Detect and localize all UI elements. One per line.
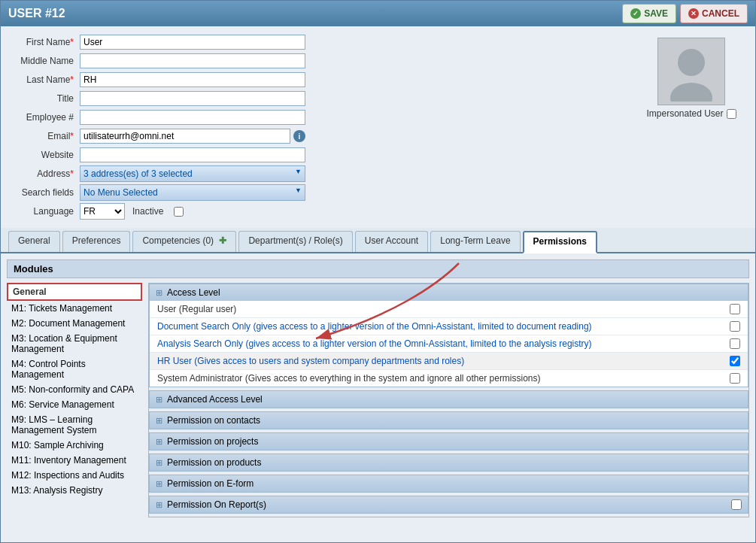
module-item-m4[interactable]: M4: Control Points Management — [7, 356, 142, 382]
reports-checkbox[interactable] — [731, 499, 742, 510]
tab-general[interactable]: General — [8, 231, 60, 252]
tab-long-term-leave[interactable]: Long-Term Leave — [430, 231, 520, 252]
search-fields-select-wrapper: No Menu Selected — [80, 184, 305, 201]
access-checkbox-sysadmin[interactable] — [730, 373, 740, 384]
middle-name-label: Middle Name — [12, 56, 80, 66]
impersonated-checkbox[interactable] — [727, 109, 736, 119]
modules-header: Modules — [7, 259, 749, 278]
access-row-user: User (Regular user) — [150, 301, 748, 318]
section-contacts: ⊞ Permission on contacts — [149, 411, 748, 429]
last-name-label: Last Name* — [12, 74, 80, 85]
access-label-hr: HR User (Gives acces to users and system… — [157, 356, 730, 366]
employee-input[interactable] — [80, 110, 305, 125]
search-fields-row: Search fields No Menu Selected — [12, 184, 631, 201]
first-name-input[interactable] — [80, 35, 305, 50]
products-header[interactable]: ⊞ Permission on products — [150, 454, 748, 471]
access-link-hr[interactable]: HR User (Gives acces to users and system… — [157, 356, 464, 366]
access-level-header[interactable]: ⊞ Access Level — [150, 284, 748, 301]
email-input[interactable] — [80, 129, 290, 144]
module-item-m3[interactable]: M3: Location & Equipment Management — [7, 331, 142, 356]
middle-name-row: Middle Name — [12, 53, 631, 69]
inactive-checkbox[interactable] — [174, 207, 184, 217]
first-name-label: First Name* — [12, 37, 80, 47]
impersonated-label: Impersonated User — [646, 108, 723, 119]
reports-header[interactable]: ⊞ Permission On Report(s) — [150, 496, 748, 513]
section-products: ⊞ Permission on products — [149, 454, 748, 472]
tab-competencies[interactable]: Competencies (0) ✚ — [132, 231, 236, 252]
header-buttons: ✓ SAVE ✕ CANCEL — [622, 4, 748, 23]
address-select-wrapper: 3 address(es) of 3 selected — [80, 165, 305, 182]
advanced-access-label: Advanced Access Level — [167, 394, 263, 405]
access-row-sysadmin: System Administrator (Gives acces to eve… — [150, 370, 748, 387]
first-name-row: First Name* — [12, 34, 631, 50]
add-competency-icon: ✚ — [219, 235, 226, 246]
advanced-access-header[interactable]: ⊞ Advanced Access Level — [150, 391, 748, 408]
impersonated-row: Impersonated User — [639, 108, 744, 119]
info-icon[interactable]: i — [293, 130, 305, 142]
save-button[interactable]: ✓ SAVE — [622, 4, 676, 23]
last-name-input[interactable] — [80, 72, 305, 87]
module-item-m9[interactable]: M9: LMS – Learning Management System — [7, 412, 142, 438]
access-link-analysis-search[interactable]: Analysis Search Only (gives access to a … — [157, 338, 592, 349]
tab-departments[interactable]: Department(s) / Role(s) — [238, 231, 352, 252]
access-checkbox-hr[interactable] — [730, 356, 740, 366]
access-label-analysis-search: Analysis Search Only (gives access to a … — [157, 338, 730, 349]
cancel-icon: ✕ — [688, 8, 699, 19]
module-item-m11[interactable]: M11: Inventory Management — [7, 453, 142, 468]
module-item-m2[interactable]: M2: Document Management — [7, 316, 142, 331]
collapse-icon-eform: ⊞ — [156, 479, 162, 489]
section-reports: ⊞ Permission On Report(s) — [149, 496, 748, 514]
title-label: Title — [12, 93, 80, 104]
page-title: USER #12 — [8, 7, 65, 20]
section-eform: ⊞ Permission on E-form — [149, 475, 748, 493]
module-item-general[interactable]: General — [7, 283, 142, 301]
search-fields-select[interactable]: No Menu Selected — [80, 184, 305, 201]
save-icon: ✓ — [630, 8, 641, 19]
tab-user-account[interactable]: User Account — [355, 231, 428, 252]
modules-layout: General M1: Tickets Management M2: Docum… — [7, 283, 749, 517]
products-label: Permission on products — [167, 457, 261, 468]
module-item-m1[interactable]: M1: Tickets Management — [7, 301, 142, 316]
address-select[interactable]: 3 address(es) of 3 selected — [80, 165, 305, 182]
projects-header[interactable]: ⊞ Permission on projects — [150, 433, 748, 450]
avatar-area: Impersonated User — [639, 34, 744, 222]
collapse-icon-contacts: ⊞ — [156, 416, 162, 426]
access-checkbox-user[interactable] — [730, 304, 740, 314]
middle-name-input[interactable] — [80, 53, 305, 68]
eform-header[interactable]: ⊞ Permission on E-form — [150, 475, 748, 492]
module-item-m13[interactable]: M13: Analysis Registry — [7, 483, 142, 498]
section-access-level: ⊞ Access Level User (Regular user) Docum… — [149, 284, 748, 387]
access-row-doc-search: Document Search Only (gives access to a … — [150, 318, 748, 335]
email-label: Email* — [12, 131, 80, 141]
title-input[interactable] — [80, 91, 305, 106]
access-checkbox-doc-search[interactable] — [730, 321, 740, 332]
inactive-label: Inactive — [132, 206, 163, 217]
collapse-icon-advanced: ⊞ — [156, 395, 162, 405]
tabs-bar: General Preferences Competencies (0) ✚ D… — [1, 228, 755, 253]
section-projects: ⊞ Permission on projects — [149, 432, 748, 450]
address-label: Address* — [12, 168, 80, 179]
employee-label: Employee # — [12, 112, 80, 123]
contacts-label: Permission on contacts — [167, 415, 260, 426]
module-item-m10[interactable]: M10: Sample Archiving — [7, 438, 142, 453]
tab-permissions[interactable]: Permissions — [523, 231, 597, 253]
contacts-header[interactable]: ⊞ Permission on contacts — [150, 412, 748, 429]
website-input[interactable] — [80, 147, 305, 162]
module-item-m6[interactable]: M6: Service Management — [7, 397, 142, 412]
employee-row: Employee # — [12, 109, 631, 126]
access-label-sysadmin: System Administrator (Gives acces to eve… — [157, 373, 730, 384]
collapse-icon-products: ⊞ — [156, 458, 162, 468]
module-item-m5[interactable]: M5: Non-conformity and CAPA — [7, 382, 142, 397]
website-row: Website — [12, 147, 631, 163]
form-area: First Name* Middle Name Last Name* — [1, 26, 755, 228]
access-checkbox-analysis-search[interactable] — [730, 338, 740, 349]
access-level-content: User (Regular user) Document Search Only… — [150, 301, 748, 387]
content-area: Modules General M1: Tickets Management M… — [1, 253, 755, 542]
module-item-m12[interactable]: M12: Inspections and Audits — [7, 468, 142, 483]
address-row: Address* 3 address(es) of 3 selected — [12, 165, 631, 182]
title-row: Title — [12, 90, 631, 107]
language-select[interactable]: FR EN — [80, 203, 125, 220]
access-link-doc-search[interactable]: Document Search Only (gives access to a … — [157, 321, 592, 332]
tab-preferences[interactable]: Preferences — [62, 231, 131, 252]
cancel-button[interactable]: ✕ CANCEL — [680, 4, 748, 23]
